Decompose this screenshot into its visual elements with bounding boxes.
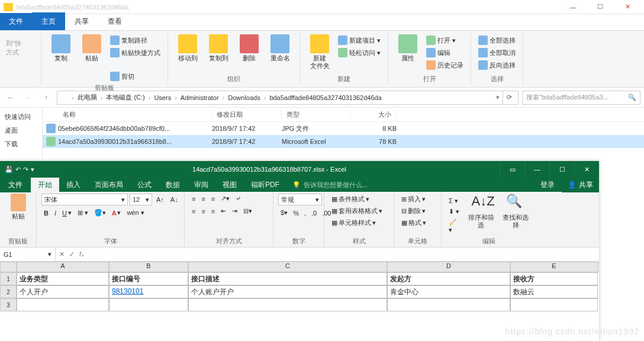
new-item-button[interactable]: 新建项目 ▾ [337,34,382,46]
italic-button[interactable]: I [52,208,59,218]
cell[interactable]: 98130101 [109,285,188,298]
cell[interactable]: 青金中心 [387,285,510,298]
comma[interactable]: , [302,208,308,218]
col-name[interactable]: 名称 [58,110,212,119]
cut-button[interactable]: 剪切 [109,70,162,82]
undo-icon[interactable]: ↶ [15,166,21,173]
tab-foxit[interactable]: 福昕PDF [244,178,286,192]
name-box[interactable]: G1▾ [0,247,56,261]
currency[interactable]: $▾ [278,208,290,218]
select-all-button[interactable]: 全部选择 [477,34,517,46]
col-header[interactable]: A [17,262,109,272]
min-button[interactable]: — [524,162,549,177]
cell[interactable]: 接口编号 [109,272,188,285]
fill[interactable]: ⬇ ▾ [446,207,462,217]
sidebar-item-downloads[interactable]: 下载 [1,137,41,151]
file-menu[interactable]: 文件 [0,13,32,30]
copy-path-button[interactable]: 复制路径 [109,34,162,46]
shrink-font[interactable]: A↓ [168,194,181,205]
tab-formula[interactable]: 公式 [130,178,159,192]
orientation[interactable]: ↗▾ [218,194,232,204]
breadcrumb[interactable]: ›此电脑 ›本地磁盘 (C:) ›Users ›Administrator ›D… [57,91,519,105]
copy-to-button[interactable]: 复制到 [205,34,232,62]
cell-style[interactable]: ▦ 单元格样式 ▾ [329,217,385,229]
delete-button[interactable]: 删除 [236,34,263,62]
sort-filter[interactable]: A↓Z排序和筛选 [465,194,497,229]
select-none-button[interactable]: 全部取消 [477,47,517,59]
min-button[interactable]: — [560,1,586,14]
max-button[interactable]: ☐ [549,162,574,177]
cond-format[interactable]: ▦ 条件格式 ▾ [329,194,385,205]
autosum[interactable]: Σ ▾ [446,196,462,206]
breadcrumb-seg[interactable]: Users [154,94,171,101]
login-button[interactable]: 登录 [533,178,562,192]
row-header[interactable]: 3 [0,298,17,311]
invert-select-button[interactable]: 反向选择 [477,59,517,71]
nav-forward[interactable]: → [21,91,36,105]
insert-cell[interactable]: ⊞ 插入 ▾ [399,194,429,205]
delete-cell[interactable]: ⊟ 删除 ▾ [399,205,429,217]
align-left[interactable]: ≡ [189,206,198,216]
row-header[interactable]: 2 [0,285,17,298]
sidebar-item-quick[interactable]: 快速访问 [1,110,41,124]
cell[interactable] [188,298,387,311]
col-type[interactable]: 类型 [282,110,350,119]
max-button[interactable]: ☐ [587,1,613,14]
save-icon[interactable]: 💾 [5,166,13,173]
search-input[interactable]: 搜索"bda5adffade84805a3... 🔍 [522,91,640,105]
align-right[interactable]: ≡ [209,206,217,216]
sidebar-item-desktop[interactable]: 桌面 [1,124,41,137]
tab-home[interactable]: 主页 [32,12,65,30]
paste-button[interactable]: 粘贴 [7,194,30,220]
history-button[interactable]: 历史记录 [425,59,465,71]
close-button[interactable]: ✕ [574,162,599,177]
nav-up[interactable]: ↑ [39,91,53,105]
nav-back[interactable]: ← [4,91,18,105]
breadcrumb-seg[interactable]: bda5adffade84805a3274031362d46da [269,94,381,101]
move-to-button[interactable]: 移动到 [174,34,201,62]
close-button[interactable]: ✕ [614,1,640,14]
enter-icon[interactable]: ✓ [69,250,75,258]
refresh-button[interactable]: ⟳ [503,91,516,104]
open-button[interactable]: 打开 ▾ [425,34,465,46]
col-date[interactable]: 修改日期 [212,110,282,119]
clear[interactable]: 🧹▾ [446,217,462,235]
redo-icon[interactable]: ↷ [23,166,28,173]
col-header[interactable]: B [109,262,188,272]
new-folder-button[interactable]: 新建 文件夹 [306,34,333,70]
tab-file[interactable]: 文件 [0,178,31,192]
interface-link[interactable]: 98130101 [112,287,143,295]
align-bottom[interactable]: ≡ [209,194,217,204]
cell[interactable]: 个人开户 [17,285,109,298]
row-header[interactable]: 1 [0,272,17,285]
col-size[interactable]: 大小 [350,110,397,119]
properties-button[interactable]: 属性 [394,34,421,62]
tab-layout[interactable]: 页面布局 [88,178,130,192]
grow-font[interactable]: A↑ [154,194,166,205]
cell[interactable]: 发起方 [387,272,510,285]
cell[interactable]: 数融云 [510,285,598,298]
merge[interactable]: ⊟▾ [241,206,255,216]
font-color-button[interactable]: A▾ [110,208,123,218]
cancel-icon[interactable]: ✕ [59,250,65,258]
phonetic-button[interactable]: wén ▾ [124,208,146,218]
file-row[interactable]: 14acd7a50a39930012b31a966318b8... 2018/9… [43,135,644,148]
col-header[interactable]: D [387,262,510,272]
percent[interactable]: % [291,208,301,218]
dedent[interactable]: ⇤ [218,206,228,216]
file-row[interactable]: 05ebeb6065f64f2346dbb00ab789cf0... 2018/… [43,122,644,135]
cell[interactable] [109,298,188,311]
tab-view[interactable]: 查看 [98,12,131,30]
align-middle[interactable]: ≡ [199,194,207,204]
easy-access-button[interactable]: 轻松访问 ▾ [337,47,382,59]
copy-button[interactable]: 复制 [47,34,75,62]
cell[interactable] [17,298,109,311]
breadcrumb-seg[interactable]: 本地磁盘 (C:) [106,93,144,102]
align-top[interactable]: ≡ [189,194,198,204]
format-cell[interactable]: ▦ 格式 ▾ [399,217,429,229]
share-button[interactable]: 👤共享 [562,178,599,192]
breadcrumb-seg[interactable]: Downloads [228,94,260,101]
breadcrumb-seg[interactable]: 此电脑 [78,93,97,102]
cell[interactable] [510,298,598,311]
wrap-text[interactable]: ⤶ [233,194,243,204]
